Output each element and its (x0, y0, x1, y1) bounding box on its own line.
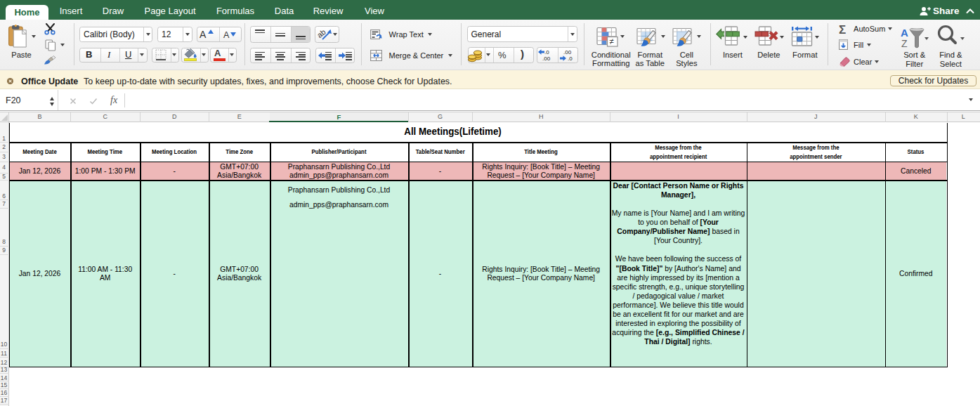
svg-text:≠: ≠ (610, 37, 614, 46)
svg-text:ab: ab (317, 27, 327, 39)
